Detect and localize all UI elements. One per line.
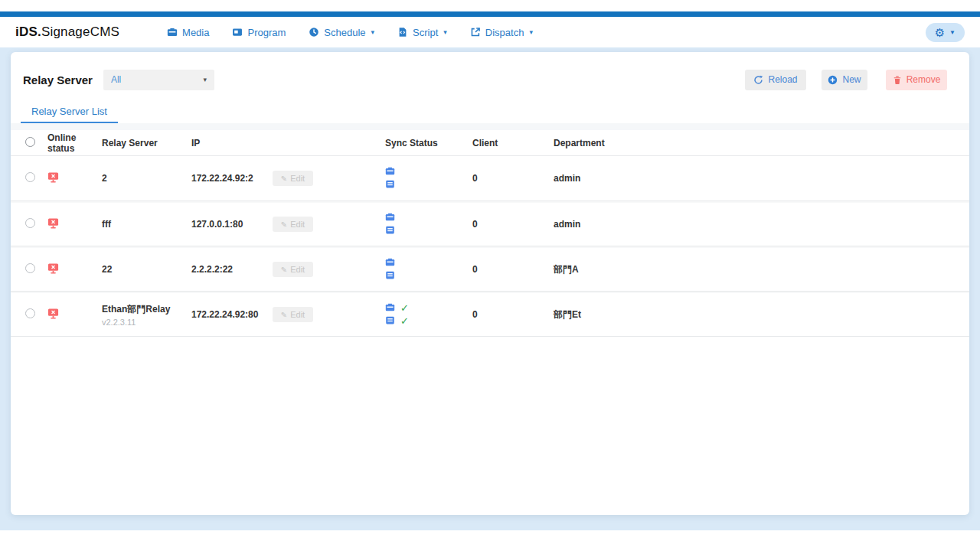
app-viewport: iDS.SignageCMS Media Program Schedule ▾ … [0,11,980,530]
col-header-sync-status: Sync Status [385,138,472,148]
offline-status-icon [47,262,59,275]
server-filter-value: All [111,74,121,85]
edit-button-label: Edit [290,174,305,183]
media-sync-icon [385,302,395,315]
reload-icon [753,75,763,85]
sync-status-cell [385,213,472,236]
chevron-down-icon: ▼ [949,29,956,36]
relay-server-panel: Relay Server All ▾ Reload New Remove Rel… [11,52,969,515]
dispatch-icon [470,27,481,37]
client-count: 0 [472,173,554,184]
relay-server-name: fff [102,219,191,230]
program-sync-icon [385,179,395,191]
relay-server-ip: 172.22.24.92:80 [191,309,273,320]
sync-status-cell: ✓ ✓ [385,303,472,327]
edit-button[interactable]: ✎Edit [273,171,313,186]
row-select-radio[interactable] [25,218,35,228]
tab-bar: Relay Server List [11,104,969,123]
table-row: Ethan部門Relay v2.2.3.11 172.22.24.92:80 ✎… [11,292,969,337]
table-row: fff 127.0.0.1:80 ✎Edit 0 admin [11,201,969,246]
row-select-radio[interactable] [25,172,35,182]
main-nav: Media Program Schedule ▾ Script ▾ Dispat… [167,27,533,38]
remove-button-label: Remove [906,74,941,85]
table-header-row: Online status Relay Server IP Sync Statu… [11,130,969,156]
chevron-down-icon: ▾ [529,28,533,36]
relay-server-name: Ethan部門Relay [102,303,191,316]
program-sync-icon [385,315,395,328]
row-select-radio[interactable] [25,263,35,273]
tab-relay-server-list[interactable]: Relay Server List [21,106,118,123]
server-filter-select[interactable]: All ▾ [103,70,214,90]
select-all-radio[interactable] [25,137,35,147]
chevron-down-icon: ▾ [203,76,207,83]
relay-server-ip: 172.22.24.92:2 [191,173,273,184]
check-icon: ✓ [400,303,409,313]
program-icon [232,27,243,37]
app-logo: iDS.SignageCMS [15,24,119,40]
department: admin [554,219,969,230]
check-icon: ✓ [400,316,409,326]
col-header-client: Client [472,138,554,148]
department: 部門Et [554,308,969,321]
col-header-relay-server: Relay Server [102,138,191,148]
edit-button[interactable]: ✎Edit [273,217,313,232]
client-count: 0 [472,309,554,320]
app-logo-rest: SignageCMS [41,24,119,39]
col-header-online-status: Online status [47,132,102,154]
reload-button[interactable]: Reload [745,70,806,90]
relay-server-version: v2.2.3.11 [102,318,191,327]
app-logo-bold: iDS. [15,24,41,39]
pencil-icon: ✎ [281,266,287,274]
new-button-label: New [842,74,861,85]
col-header-department: Department [554,138,969,148]
edit-button-label: Edit [290,265,305,274]
media-sync-icon [385,212,395,224]
col-header-ip: IP [191,138,273,148]
toolbar: Relay Server All ▾ Reload New Remove [11,69,969,90]
offline-status-icon [47,171,59,184]
client-count: 0 [472,219,554,230]
pencil-icon: ✎ [281,174,287,183]
program-sync-icon [385,270,395,282]
edit-button[interactable]: ✎Edit [273,262,313,277]
offline-status-icon [47,308,59,320]
media-sync-icon [385,257,395,269]
reload-button-label: Reload [768,74,797,85]
nav-script[interactable]: Script ▾ [397,27,447,38]
remove-button[interactable]: Remove [886,70,947,90]
relay-server-name: 22 [102,264,191,275]
new-button[interactable]: New [822,70,867,90]
department: admin [554,173,969,184]
nav-script-label: Script [413,27,438,38]
top-accent-bar [0,11,980,17]
edit-button[interactable]: ✎Edit [273,307,313,322]
nav-schedule[interactable]: Schedule ▾ [309,27,374,38]
nav-schedule-label: Schedule [324,27,365,38]
row-select-radio[interactable] [25,308,35,318]
nav-dispatch[interactable]: Dispatch ▾ [470,27,533,38]
script-icon [397,27,408,37]
table-row: 2 172.22.24.92:2 ✎Edit 0 admin [11,156,969,201]
relay-server-name: 2 [102,173,191,184]
client-count: 0 [472,264,554,275]
nav-program-label: Program [247,27,286,38]
trash-icon [893,75,902,85]
clock-icon [309,27,319,37]
settings-button[interactable]: ⚙ ▼ [926,23,965,42]
program-sync-icon [385,225,395,237]
table-row: 22 2.2.2.2:22 ✎Edit 0 部門A [11,246,969,292]
offline-status-icon [47,217,59,230]
media-sync-icon [385,166,395,178]
table-top-band [11,123,969,130]
pencil-icon: ✎ [281,311,287,319]
nav-program[interactable]: Program [232,27,286,38]
chevron-down-icon: ▾ [443,28,447,36]
pencil-icon: ✎ [281,220,287,229]
relay-server-ip: 127.0.0.1:80 [191,219,273,230]
sync-status-cell [385,167,472,191]
gear-icon: ⚙ [935,27,945,38]
edit-button-label: Edit [290,220,305,229]
nav-media-label: Media [182,27,209,38]
relay-server-ip: 2.2.2.2:22 [191,264,273,275]
nav-media[interactable]: Media [167,27,209,38]
